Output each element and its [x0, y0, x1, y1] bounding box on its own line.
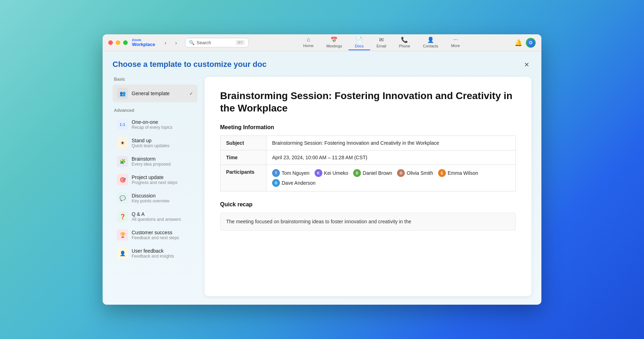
nav-tab-docs[interactable]: 📄 Docs — [349, 35, 370, 50]
template-item-general[interactable]: 👥 General template ✓ — [113, 85, 197, 102]
template-icon-project-update: 🎯 — [117, 174, 128, 185]
template-name-qa: Q & A — [132, 211, 193, 217]
window-controls — [108, 40, 128, 45]
participant-name: Olivia Smith — [407, 170, 433, 176]
participant-name: Daniel Brown — [363, 170, 392, 176]
template-sidebar: Basic 👥 General template ✓ Advanced 1:1 … — [113, 77, 197, 296]
more-label: More — [451, 44, 460, 48]
contacts-icon: 👤 — [427, 36, 434, 43]
quick-recap-text: The meeting focused on brainstorming ide… — [226, 218, 510, 225]
notifications-icon[interactable]: 🔔 — [514, 39, 522, 47]
template-desc-user-feedback: Feedback and insights — [132, 254, 193, 259]
template-item-qa[interactable]: ❓ Q & A All questions and answers — [113, 208, 197, 225]
participant-name: Kei Umeko — [324, 170, 348, 176]
template-item-standup[interactable]: ☀ Stand up Quick team updates — [113, 134, 197, 152]
table-label: Subject — [220, 136, 266, 150]
forward-button[interactable]: › — [172, 38, 181, 47]
modal-header: Choose a template to customize your doc … — [113, 60, 531, 70]
back-button[interactable]: ‹ — [161, 38, 170, 47]
home-label: Home — [303, 44, 314, 48]
email-label: Email — [376, 44, 386, 48]
participants-row: Participants T Tom Nguyen K Kei Umeko D … — [220, 165, 516, 191]
titlebar-right: 🔔 O — [514, 38, 536, 48]
phone-icon: 📞 — [401, 36, 408, 43]
meeting-info-heading: Meeting Information — [220, 124, 516, 131]
selected-check-general: ✓ — [189, 91, 193, 96]
participant: D Daniel Brown — [353, 169, 392, 177]
participant-avatar: D — [353, 169, 361, 177]
table-label: Participants — [220, 165, 266, 191]
contacts-label: Contacts — [423, 44, 438, 48]
advanced-section-label: Advanced — [113, 108, 197, 113]
avatar[interactable]: O — [526, 38, 536, 48]
quick-recap-heading: Quick recap — [220, 201, 516, 208]
modal-title: Choose a template to customize your doc — [113, 60, 266, 69]
doc-title: Brainstorming Session: Fostering Innovat… — [220, 90, 516, 114]
template-item-user-feedback[interactable]: 👤 User feedback Feedback and insights — [113, 245, 197, 262]
template-name-standup: Stand up — [132, 138, 193, 143]
table-row: Time April 23, 2024, 10:00 AM – 11:28 AM… — [220, 150, 516, 165]
template-name-discussion: Discussion — [132, 193, 193, 199]
search-bar[interactable]: 🔍 Search ⌘F — [185, 38, 249, 47]
template-name-one-on-one: One-on-one — [132, 119, 193, 125]
template-icon-qa: ❓ — [117, 211, 128, 222]
participant-avatar: K — [315, 169, 322, 177]
template-item-discussion[interactable]: 💬 Discussion Key points overview — [113, 189, 197, 207]
template-item-project-update[interactable]: 🎯 Project update Progress and next steps — [113, 171, 197, 189]
docs-icon: 📄 — [356, 36, 363, 43]
nav-arrows: ‹ › — [161, 38, 181, 47]
top-nav: ⌂ Home📅 Meetings📄 Docs✉ Email📞 Phone👤 Co… — [249, 35, 514, 50]
nav-tab-email[interactable]: ✉ Email — [370, 35, 393, 50]
table-row: Subject Brainstorming Session: Fostering… — [220, 136, 516, 150]
close-window-button[interactable] — [108, 40, 113, 45]
advanced-section: Advanced 1:1 One-on-one Recap of every t… — [113, 108, 197, 262]
nav-tab-more[interactable]: ··· More — [445, 35, 466, 50]
meetings-icon: 📅 — [330, 36, 338, 43]
template-icon-brainstorm: 🧩 — [117, 156, 128, 167]
titlebar: Zoom Workplace ‹ › 🔍 Search ⌘F ⌂ Home📅 M… — [103, 34, 541, 51]
nav-tab-meetings[interactable]: 📅 Meetings — [320, 35, 349, 50]
zoom-brand: Zoom — [132, 38, 155, 42]
main-content: Choose a template to customize your doc … — [103, 51, 541, 305]
template-desc-brainstorm: Every idea proposed — [132, 162, 193, 167]
template-item-brainstorm[interactable]: 🧩 Brainstorm Every idea proposed — [113, 153, 197, 170]
template-item-one-on-one[interactable]: 1:1 One-on-one Recap of every topics — [113, 116, 197, 133]
participant: K Kei Umeko — [315, 169, 348, 177]
template-desc-project-update: Progress and next steps — [132, 180, 193, 185]
participant-name: Dave Anderson — [282, 180, 316, 186]
template-icon-user-feedback: 👤 — [117, 248, 128, 259]
template-desc-one-on-one: Recap of every topics — [132, 125, 193, 130]
nav-tab-contacts[interactable]: 👤 Contacts — [416, 35, 444, 50]
email-icon: ✉ — [379, 36, 384, 43]
more-icon: ··· — [453, 36, 458, 43]
maximize-window-button[interactable] — [123, 40, 128, 45]
search-label: Search — [197, 40, 234, 45]
search-icon: 🔍 — [189, 40, 195, 45]
participant-avatar: D — [272, 179, 280, 187]
quick-recap-box: The meeting focused on brainstorming ide… — [220, 213, 516, 231]
home-icon: ⌂ — [307, 36, 310, 43]
table-value: April 23, 2024, 10:00 AM – 11:28 AM (CST… — [266, 150, 516, 165]
participant-avatar: O — [397, 169, 405, 177]
template-picker: Basic 👥 General template ✓ Advanced 1:1 … — [113, 77, 531, 296]
app-logo: Zoom Workplace — [132, 38, 155, 47]
participant-name: Tom Nguyen — [282, 170, 310, 176]
template-name-project-update: Project update — [132, 174, 193, 180]
template-preview: Brainstorming Session: Fostering Innovat… — [205, 77, 531, 296]
participant-avatar: T — [272, 169, 280, 177]
template-desc-standup: Quick team updates — [132, 143, 193, 148]
table-label: Time — [220, 150, 266, 165]
template-item-customer-success[interactable]: 🏆 Customer success Feedback and next ste… — [113, 226, 197, 244]
close-modal-button[interactable]: ✕ — [522, 60, 531, 70]
meetings-label: Meetings — [326, 44, 342, 48]
participant-avatar: E — [438, 169, 446, 177]
nav-tab-phone[interactable]: 📞 Phone — [392, 35, 416, 50]
participant: T Tom Nguyen — [272, 169, 310, 177]
participant-list: T Tom Nguyen K Kei Umeko D Daniel Brown … — [272, 169, 510, 187]
template-name-brainstorm: Brainstorm — [132, 156, 193, 162]
minimize-window-button[interactable] — [116, 40, 120, 45]
template-desc-customer-success: Feedback and next steps — [132, 235, 193, 240]
template-icon-discussion: 💬 — [117, 193, 128, 204]
nav-tab-home[interactable]: ⌂ Home — [297, 35, 320, 50]
participant-name: Emma Wilson — [448, 170, 478, 176]
